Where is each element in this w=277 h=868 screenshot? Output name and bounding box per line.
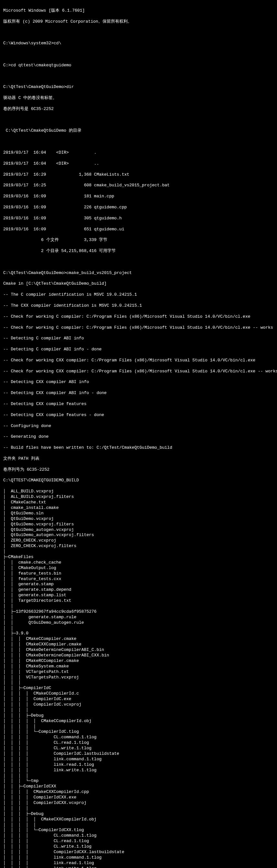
tree-line: │ │ │ │ link.write.1.tlog xyxy=(3,866,274,868)
tree-line: │ │ │ │ CompilerIdC.vcxproj xyxy=(3,702,274,708)
cmake-line: -- Detecting CXX compiler ABI info - don… xyxy=(3,391,274,396)
header-line-2: 版权所有 (c) 2009 Microsoft Corporation。保留所有… xyxy=(3,19,274,25)
prompt-cd-project: C:>cd qttest\cmakeqtguidemo xyxy=(3,63,274,68)
tree-line: │ │ generate.stamp.rule xyxy=(3,615,274,620)
drive-message: 驱动器 C 中的卷没有标签。 xyxy=(3,95,274,101)
tree-line: │ │ │ └─tmp xyxy=(3,778,274,784)
tree-line: │ │ │ │ CompilerIdC.exe xyxy=(3,696,274,702)
blank xyxy=(3,30,274,35)
tree-line: │ │ TargetDirectories.txt xyxy=(3,598,274,604)
tree-line: │ │ │ │ CMakeCXXCompilerId.cpp xyxy=(3,789,274,795)
terminal-window[interactable]: Microsoft Windows [版本 6.1.7601] 版权所有 (c)… xyxy=(0,0,277,868)
tree-line: │ ├─3.9.0 xyxy=(3,631,274,637)
cmake-line: -- Check for working CXX compiler: C:/Pr… xyxy=(3,369,274,374)
tree-line: │ │ │ │ link.read.1.tlog xyxy=(3,861,274,866)
tree-line: │ xyxy=(3,549,274,555)
dir-row: 2019/03/16 16:09 181 main.cpp xyxy=(3,194,274,199)
dir-row: 2019/03/16 16:09 305 qtguidemo.h xyxy=(3,216,274,221)
blank xyxy=(3,259,274,265)
cmake-line: -- Configuring done xyxy=(3,424,274,429)
dir-row: 2019/03/17 16:04 <DIR> .. xyxy=(3,161,274,166)
tree-line: │ │ │ │ │ CMakeCXXCompilerId.obj xyxy=(3,817,274,823)
tree-line: │ │ ├─CompilerIdCXX xyxy=(3,784,274,789)
tree-line: ├─CMakeFiles xyxy=(3,555,274,560)
header-line-1: Microsoft Windows [版本 6.1.7601] xyxy=(3,8,274,13)
cmake-line: -- Detecting C compiler ABI info xyxy=(3,336,274,341)
tree-line: │ │ │ │ CL.write.1.tlog xyxy=(3,746,274,751)
tree-line: │ │ │ │ CompilerIdCXX.lastbuildstate xyxy=(3,849,274,855)
tree-line: │ │ │ VCTargetsPath.vcxproj xyxy=(3,675,274,680)
tree-line: │ │ │ │ link.command.1.tlog xyxy=(3,757,274,762)
cmake-line: -- Check for working C compiler: C:/Prog… xyxy=(3,325,274,331)
tree-line: │ │ │ │ link.read.1.tlog xyxy=(3,762,274,768)
dir-header: C:\QtTest\CmakeQtGuiDemo 的目录 xyxy=(3,128,274,134)
tree-line: │ ├─13f926632967fa94cc9cda6f95875276 xyxy=(3,609,274,615)
cmake-line: -- Check for working C compiler: C:/Prog… xyxy=(3,314,274,320)
tree-line: │ │ │ CMakeCCompiler.cmake xyxy=(3,637,274,642)
tree-line: │ │ │ │ CompilerIdC.lastbuildstate xyxy=(3,751,274,757)
dir-row: 2019/03/16 16:09 651 qtguidemo.ui xyxy=(3,227,274,232)
tree-hdr: 卷序列号为 6C35-2252 xyxy=(3,467,274,473)
tree-line: │ │ │ ├─Debug xyxy=(3,811,274,817)
tree-line: │ │ │ │ link.command.1.tlog xyxy=(3,855,274,861)
tree-line: │ │ QtGuiDemo_autogen.rule xyxy=(3,620,274,626)
tree-line: │ │ │ │ CompilerIdCXX.exe xyxy=(3,795,274,800)
tree-line: │ │ │ ├─Debug xyxy=(3,713,274,718)
tree-line: │ │ feature_tests.cxx xyxy=(3,577,274,582)
tree-line: │ │ │ │ CompilerIdCXX.vcxproj xyxy=(3,800,274,806)
tree-line: │ │ cmake.check_cache xyxy=(3,560,274,565)
tree-line: │ │ │ │ CL.read.1.tlog xyxy=(3,839,274,844)
tree-line: │ QtGuiDemo_autogen.vcxproj xyxy=(3,527,274,533)
prompt-dir: C:\QtTest\CmakeQtGuiDemo>dir xyxy=(3,85,274,90)
tree-line: │ │ │ CMakeSystem.cmake xyxy=(3,664,274,669)
tree-line: │ │ xyxy=(3,626,274,631)
dir-row: 2019/03/16 16:09 226 qtguidemo.cpp xyxy=(3,205,274,210)
cmake-line: -- Check for working CXX compiler: C:/Pr… xyxy=(3,358,274,363)
tree-line: │ │ │ │ xyxy=(3,806,274,811)
tree-line: │ │ │ │ xyxy=(3,708,274,713)
tree-line: │ │ │ VCTargetsPath.txt xyxy=(3,669,274,675)
tree-line: │ │ │ CMakeDetermineCompilerABI_C.bin xyxy=(3,647,274,653)
blank xyxy=(3,74,274,79)
tree-line: │ cmake_install.cmake xyxy=(3,505,274,511)
tree-line: │ QtGuiDemo.vcxproj.filters xyxy=(3,522,274,527)
tree-line: │ │ │ CMakeDetermineCompilerABI_CXX.bin xyxy=(3,653,274,658)
cmake-line: -- The C compiler identification is MSVC… xyxy=(3,292,274,298)
dir-row: 2019/03/17 16:29 1,368 CMakeLists.txt xyxy=(3,172,274,178)
dir-row: 2019/03/17 16:04 <DIR> . xyxy=(3,150,274,156)
tree-hdr: C:\QTTEST\CMAKEQTGUIDEMO_BUILD xyxy=(3,478,274,483)
prompt-cmake: C:\QtTest\CmakeQtGuiDemo>cmake_build_vs2… xyxy=(3,271,274,276)
dir-row: 2019/03/17 16:25 608 cmake_build_vs2015_… xyxy=(3,183,274,188)
cmake-line: -- Generating done xyxy=(3,434,274,440)
cmake-line: -- Detecting CXX compile features xyxy=(3,402,274,407)
cmake-line: -- Detecting C compiler ABI info - done xyxy=(3,347,274,352)
tree-line: │ │ CMakeOutput.log xyxy=(3,565,274,571)
tree-line: │ │ │ │ │ xyxy=(3,724,274,730)
tree-line: │ ZERO_CHECK.vcxproj.filters xyxy=(3,544,274,549)
cmake-line: -- Build files have been written to: C:/… xyxy=(3,445,274,451)
tree-line: │ │ │ │ CMakeCCompilerId.c xyxy=(3,691,274,696)
tree-line: │ │ generate.stamp.depend xyxy=(3,587,274,593)
tree-line: │ │ │ │ xyxy=(3,773,274,779)
tree-line: │ CMakeCache.txt xyxy=(3,500,274,505)
dir-summary: 6 个文件 3,339 字节 xyxy=(3,238,274,243)
tree-line: │ │ feature_tests.bin xyxy=(3,571,274,577)
tree-line: │ │ │ │ CL.write.1.tlog xyxy=(3,844,274,849)
tree-line: │ ALL_BUILD.vcxproj xyxy=(3,489,274,494)
blank xyxy=(3,118,274,123)
tree-line: │ │ │ │ └─CompilerIdC.tlog xyxy=(3,729,274,735)
tree-line: │ │ │ │ │ xyxy=(3,823,274,828)
cmake-line: -- The CXX compiler identification is MS… xyxy=(3,303,274,309)
prompt-cd-root: C:\Windows\system32>cd\ xyxy=(3,41,274,46)
tree-line: │ QtGuiDemo_autogen.vcxproj.filters xyxy=(3,532,274,538)
tree-hdr: 文件夹 PATH 列表 xyxy=(3,456,274,462)
blank xyxy=(3,52,274,57)
tree-line: │ │ │ │ CL.read.1.tlog xyxy=(3,740,274,746)
tree-line: │ ALL_BUILD.vcxproj.filters xyxy=(3,494,274,500)
cmake-line: -- Detecting CXX compile features - done xyxy=(3,412,274,418)
serial-message: 卷的序列号是 6C35-2252 xyxy=(3,106,274,112)
tree-line: │ QtGuiDemo.sln xyxy=(3,511,274,516)
tree-line: │ │ │ │ link.write.1.tlog xyxy=(3,768,274,773)
tree-line: │ │ │ │ │ CMakeCCompilerId.obj xyxy=(3,718,274,724)
tree-line: │ │ │ │ CL.command.1.tlog xyxy=(3,833,274,839)
